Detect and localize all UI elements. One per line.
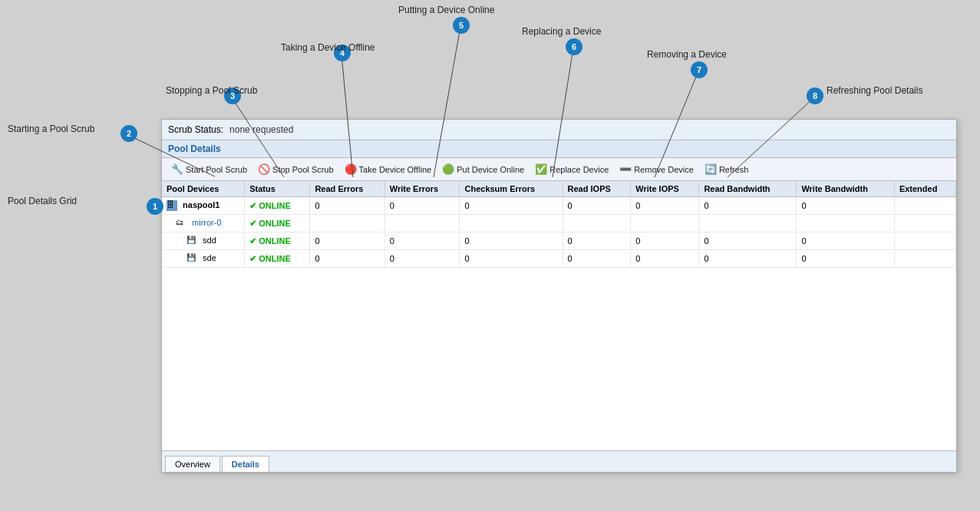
take-offline-icon: 🔴	[345, 163, 357, 175]
read-iops-cell: 0	[563, 197, 631, 215]
replace-icon: ✅	[535, 163, 547, 175]
annotation-label-4: Taking a Device Offline	[281, 42, 375, 53]
annotation-bubble-7: 7	[691, 61, 708, 78]
status-cell: ✔ ONLINE	[245, 197, 310, 215]
read-errors-cell: 0	[310, 197, 384, 215]
extended-cell	[894, 197, 955, 215]
col-write-bw: Write Bandwidth	[797, 181, 895, 197]
read-iops-cell: 0	[563, 250, 631, 268]
status-badge: ✔ ONLINE	[249, 219, 291, 228]
put-device-online-label: Put Device Online	[457, 165, 524, 174]
pool-icon: 🗄	[167, 200, 177, 211]
put-device-online-button[interactable]: 🟢 Put Device Online	[439, 162, 527, 176]
status-cell: ✔ ONLINE	[245, 232, 310, 250]
annotation-bubble-8: 8	[807, 87, 823, 104]
scrub-status-bar: Scrub Status: none requested	[162, 120, 956, 140]
status-cell: ✔ ONLINE	[245, 215, 310, 232]
remove-device-label: Remove Device	[634, 165, 694, 174]
pool-devices-table: Pool Devices Status Read Errors Write Er…	[162, 181, 956, 268]
scrub-status-value: none requested	[229, 124, 293, 135]
remove-icon: ➖	[619, 163, 632, 175]
take-device-offline-button[interactable]: 🔴 Take Device Offline	[342, 162, 435, 176]
tab-details[interactable]: Details	[222, 456, 269, 472]
read-iops-cell: 0	[563, 232, 631, 250]
write-errors-cell: 0	[384, 232, 460, 250]
read-bw-cell: 0	[699, 250, 797, 268]
read-bw-cell	[699, 215, 797, 232]
table-row: 🗄 naspool1 ✔ ONLINE 0 0 0 0 0 0 0	[162, 197, 956, 215]
checksum-errors-cell	[460, 215, 563, 232]
status-badge: ✔ ONLINE	[249, 254, 291, 263]
read-errors-cell: 0	[310, 250, 384, 268]
device-name-mirror0[interactable]: mirror-0	[192, 218, 222, 227]
col-write-iops: Write IOPS	[631, 181, 699, 197]
pool-details-header: Pool Details	[162, 140, 956, 158]
annotation-bubble-2: 2	[120, 125, 137, 142]
mirror-icon: 🗂	[176, 218, 186, 229]
read-bw-cell: 0	[699, 232, 797, 250]
col-read-iops: Read IOPS	[563, 181, 631, 197]
annotation-label-8: Refreshing Pool Details	[827, 85, 922, 96]
write-iops-cell	[631, 215, 699, 232]
write-bw-cell: 0	[797, 232, 895, 250]
annotation-label-1: Pool Details Grid	[8, 196, 77, 206]
col-read-errors: Read Errors	[310, 181, 384, 197]
stop-scrub-icon: 🚫	[258, 163, 270, 175]
device-name-cell: 🗂 mirror-0	[162, 215, 245, 232]
table-row: 💾 sde ✔ ONLINE 0 0 0 0 0 0 0	[162, 250, 956, 268]
annotation-label-2: Starting a Pool Scrub	[8, 124, 94, 134]
device-name-cell: 💾 sde	[162, 250, 245, 268]
checksum-errors-cell: 0	[460, 250, 563, 268]
refresh-button[interactable]: 🔄 Refresh	[701, 162, 752, 176]
checksum-errors-cell: 0	[460, 232, 563, 250]
read-errors-cell: 0	[310, 232, 384, 250]
annotation-label-3: Stopping a Pool Scrub	[166, 85, 257, 96]
extended-cell	[894, 232, 955, 250]
annotation-bubble-5: 5	[453, 17, 470, 34]
table-row: 🗂 mirror-0 ✔ ONLINE	[162, 215, 956, 232]
start-scrub-icon: 🔧	[171, 163, 183, 175]
stop-pool-scrub-label: Stop Pool Scrub	[272, 165, 334, 174]
start-pool-scrub-button[interactable]: 🔧 Start Pool Scrub	[168, 162, 250, 176]
device-name-naspool1[interactable]: naspool1	[183, 200, 219, 209]
write-iops-cell: 0	[631, 250, 699, 268]
device-name-sde[interactable]: sde	[203, 253, 216, 262]
annotation-label-7: Removing a Device	[647, 49, 727, 60]
take-device-offline-label: Take Device Offline	[359, 165, 432, 174]
device-name-cell: 🗄 naspool1	[162, 197, 245, 215]
read-errors-cell	[310, 215, 384, 232]
read-iops-cell	[563, 215, 631, 232]
annotation-bubble-1: 1	[147, 198, 163, 215]
col-checksum-errors: Checksum Errors	[460, 181, 563, 197]
col-extended: Extended	[894, 181, 955, 197]
status-cell: ✔ ONLINE	[245, 250, 310, 268]
write-errors-cell: 0	[384, 197, 460, 215]
table-header-row: Pool Devices Status Read Errors Write Er…	[162, 181, 956, 197]
toolbar: 🔧 Start Pool Scrub 🚫 Stop Pool Scrub 🔴 T…	[162, 158, 956, 181]
replace-device-label: Replace Device	[549, 165, 609, 174]
remove-device-button[interactable]: ➖ Remove Device	[616, 162, 697, 176]
tab-overview[interactable]: Overview	[165, 456, 220, 472]
device-name-sdd[interactable]: sdd	[203, 236, 216, 245]
scrub-status-label: Scrub Status:	[168, 124, 223, 135]
replace-device-button[interactable]: ✅ Replace Device	[532, 162, 612, 176]
write-iops-cell: 0	[631, 232, 699, 250]
write-bw-cell: 0	[797, 197, 895, 215]
refresh-icon: 🔄	[704, 163, 717, 175]
refresh-label: Refresh	[719, 165, 749, 174]
write-errors-cell	[384, 215, 460, 232]
extended-cell	[894, 215, 955, 232]
write-bw-cell	[797, 215, 895, 232]
extended-cell	[894, 250, 955, 268]
col-status: Status	[245, 181, 310, 197]
stop-pool-scrub-button[interactable]: 🚫 Stop Pool Scrub	[255, 162, 337, 176]
status-badge: ✔ ONLINE	[249, 201, 291, 210]
write-bw-cell: 0	[797, 250, 895, 268]
checksum-errors-cell: 0	[460, 197, 563, 215]
put-online-icon: 🟢	[442, 163, 454, 175]
disk-icon: 💾	[186, 236, 197, 246]
annotation-label-5: Putting a Device Online	[398, 5, 494, 15]
table-row: 💾 sdd ✔ ONLINE 0 0 0 0 0 0 0	[162, 232, 956, 250]
main-panel: Scrub Status: none requested Pool Detail…	[161, 119, 957, 473]
write-iops-cell: 0	[631, 197, 699, 215]
